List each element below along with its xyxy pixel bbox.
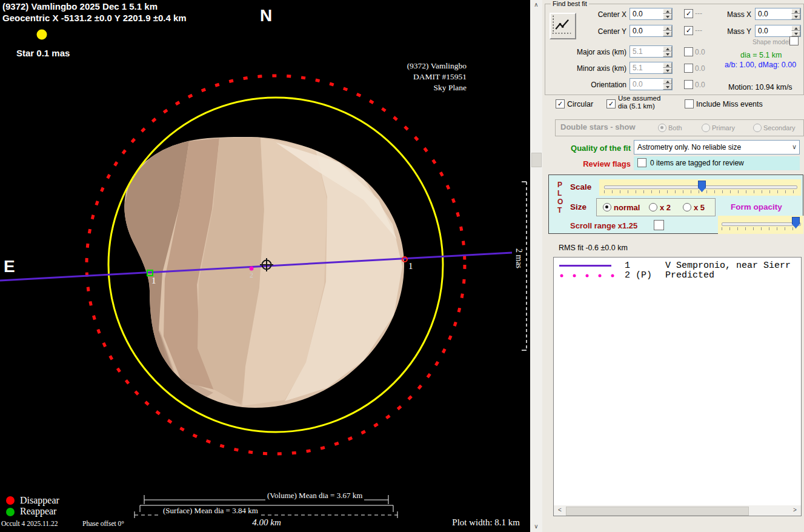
double-both-label: Both (668, 124, 682, 131)
legend-row-1-num: 1 (625, 261, 630, 271)
mass-x-down-icon[interactable] (791, 14, 800, 19)
center-x-down-icon[interactable] (663, 14, 672, 19)
review-flags-checkbox[interactable] (637, 158, 646, 167)
minor-axis-checkbox[interactable] (684, 64, 693, 73)
occult4-window: (9372) Vamlingbo 2025 Dec 1 5.1 km Geoce… (0, 0, 804, 532)
use-assumed-label-1: Use assumed (618, 95, 660, 102)
circular-label: Circular (567, 100, 593, 108)
center-y-dash: --- (695, 26, 702, 35)
chord1-end-number: 1 (408, 261, 413, 271)
orientation-checkbox[interactable] (684, 80, 693, 89)
plot-vertical-t: T (557, 206, 562, 214)
mass-x-up-icon[interactable] (791, 8, 800, 14)
scroll-range-checkbox[interactable] (654, 220, 664, 230)
east-label: E (4, 257, 15, 276)
scroll-left-icon[interactable]: < (555, 505, 565, 516)
find-best-fit-label: Find best fit (551, 0, 589, 7)
minor-axis-label: Minor axis (km) (557, 64, 626, 73)
km-scale-label: 4.00 km (230, 517, 303, 528)
plot-width-label: Plot width: 8.1 km (424, 517, 520, 528)
size-normal-label: normal (614, 203, 640, 212)
use-assumed-checkbox[interactable]: ✓ (606, 99, 616, 108)
include-miss-checkbox[interactable] (685, 99, 694, 108)
size-x5-label: x 5 (694, 203, 705, 212)
orientation-label: Orientation (557, 81, 626, 89)
sky-plane-plot[interactable]: (9372) Vamlingbo 2025 Dec 1 5.1 km Geoce… (0, 0, 530, 532)
center-x-label: Center X (578, 10, 626, 19)
quality-label: Quality of the fit (557, 144, 631, 153)
orientation-spinner[interactable]: 0.0 (630, 78, 673, 90)
quality-combobox[interactable]: Astrometry only. No reliable size ∨ (634, 140, 800, 155)
review-flags-box: 0 items are tagged for review (634, 156, 800, 170)
double-primary-radio[interactable] (702, 124, 710, 132)
major-axis-checkbox[interactable] (684, 47, 693, 56)
observations-list[interactable]: 1 V Sempronio, near Sierr 2 (P) Predicte… (553, 257, 802, 516)
orientation-down-icon[interactable] (663, 84, 672, 90)
plot-vertical-l: L (557, 189, 562, 198)
size-x5-radio[interactable] (683, 203, 691, 211)
disappear-label: Disappear (20, 495, 59, 506)
size-radio-group: normal x 2 x 5 (596, 198, 716, 216)
double-primary-label: Primary (712, 124, 735, 131)
center-y-down-icon[interactable] (663, 31, 672, 36)
mass-y-label: Mass Y (715, 27, 751, 36)
double-both-radio[interactable] (658, 124, 666, 132)
quality-value: Astrometry only. No reliable size (637, 143, 741, 151)
combo-chevron-icon[interactable]: ∨ (792, 143, 797, 151)
double-secondary-radio[interactable] (753, 124, 762, 132)
major-axis-label: Major axis (km) (557, 48, 626, 56)
shape-model-checkbox[interactable] (789, 36, 799, 45)
minor-axis-down-icon[interactable] (663, 68, 672, 73)
major-axis-down-icon[interactable] (663, 52, 672, 57)
predicted-point (250, 267, 254, 271)
scroll-up-icon[interactable]: ∧ (530, 0, 542, 10)
size-x2-label: x 2 (660, 203, 671, 212)
mass-y-down-icon[interactable] (791, 31, 800, 36)
star-size-label: Star 0.1 mas (16, 48, 70, 58)
dia-readout: dia = 5.1 km (740, 51, 782, 59)
list-scrollbar-thumb[interactable] (566, 507, 749, 516)
mass-y-up-icon[interactable] (791, 25, 800, 31)
plot-vertical-p: P (557, 181, 562, 189)
legend-row-2-name: Predicted (665, 270, 714, 281)
phase-offset-label: Phase offset 0° (82, 520, 124, 527)
mass-y-spinner[interactable]: 0.0 (755, 25, 801, 37)
major-axis-up-icon[interactable] (663, 46, 672, 52)
center-x-up-icon[interactable] (663, 8, 672, 14)
orientation-up-icon[interactable] (663, 79, 672, 84)
sky-plane-line: Sky Plane (382, 83, 467, 93)
mass-x-spinner[interactable]: 0.0 (755, 8, 801, 20)
circular-checkbox[interactable]: ✓ (556, 99, 565, 108)
reappear-label: Reappear (20, 506, 56, 517)
center-y-up-icon[interactable] (663, 25, 672, 31)
form-opacity-slider[interactable] (718, 216, 803, 234)
legend-chord-line-swatch (559, 265, 611, 267)
shape-model-label: Shape model (753, 38, 790, 45)
scroll-right-icon[interactable]: > (790, 505, 800, 516)
reappear-dot (6, 508, 15, 516)
star-dot (37, 30, 47, 40)
minor-axis-spinner[interactable]: 5.1 (630, 62, 673, 74)
geocentric-coords: Geocentric X -5131.2 ±0.0 Y 2201.9 ±0.4 … (2, 13, 187, 23)
size-normal-radio[interactable] (603, 203, 611, 211)
scale-slider[interactable] (599, 179, 801, 196)
motion-readout: Motion: 10.94 km/s (728, 83, 792, 91)
version-label: Occult 4 2025.11.22 (1, 520, 58, 527)
center-x-checkbox[interactable]: ✓ (684, 9, 693, 18)
center-y-spinner[interactable]: 0.0 (630, 25, 673, 37)
find-best-fit-button[interactable] (550, 13, 576, 39)
minor-axis-up-icon[interactable] (663, 62, 672, 68)
size-x2-radio[interactable] (649, 203, 657, 211)
north-label: N (260, 6, 272, 25)
scale-label: Scale (570, 182, 591, 191)
rms-fit-readout: RMS fit -0.6 ±0.0 km (559, 244, 628, 252)
center-y-checkbox[interactable]: ✓ (684, 26, 693, 35)
orientation-aux: 0.0 (695, 81, 705, 89)
center-x-spinner[interactable]: 0.0 (630, 8, 673, 20)
list-horizontal-scrollbar[interactable]: < > (554, 505, 801, 516)
scroll-down-icon[interactable]: ∨ (530, 522, 542, 532)
plot-controls-panel: P L O T Scale Size normal x 2 x 5 Form o… (548, 175, 803, 234)
major-axis-spinner[interactable]: 5.1 (630, 45, 673, 58)
vertical-scrollbar-thumb[interactable] (531, 153, 542, 167)
vertical-scrollbar[interactable]: ∧ ∨ (530, 0, 542, 532)
